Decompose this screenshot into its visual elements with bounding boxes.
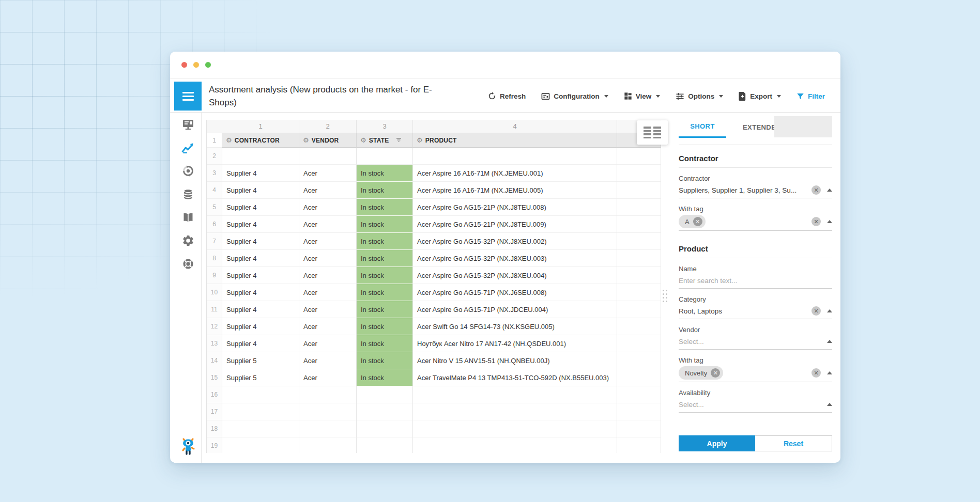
cell-contractor[interactable]: Supplier 5 — [222, 352, 299, 369]
row-number[interactable]: 2 — [207, 148, 222, 165]
cell-vendor[interactable]: Acer — [299, 284, 357, 301]
cell-product[interactable]: Acer Aspire Go AG15-32P (NX.J8XEU.003) — [413, 250, 617, 267]
corner-cell[interactable] — [207, 120, 222, 133]
cell-state[interactable]: In stock — [357, 318, 413, 335]
cell-vendor[interactable]: Acer — [299, 199, 357, 216]
view-button[interactable]: View — [624, 92, 661, 100]
cell-empty[interactable] — [617, 335, 661, 352]
cell-product[interactable]: Acer Aspire Go AG15-21P (NX.J8TEU.009) — [413, 216, 617, 233]
cell-product[interactable]: Acer Aspire Go AG15-71P (NX.JDCEU.004) — [413, 301, 617, 318]
category-caret-icon[interactable] — [827, 309, 832, 312]
row-number[interactable]: 16 — [207, 386, 222, 403]
sidebar-item-dashboard[interactable] — [174, 113, 202, 136]
cell-product[interactable] — [413, 386, 617, 403]
cell-vendor[interactable] — [299, 148, 357, 165]
header-state[interactable]: ⚙ STATE — [357, 133, 413, 148]
column-number-2[interactable]: 2 — [299, 120, 357, 133]
cell-product[interactable]: Acer Aspire 16 A16-71M (NX.JEMEU.005) — [413, 182, 617, 199]
cell-vendor[interactable]: Acer — [299, 165, 357, 182]
header-contractor[interactable]: ⚙ CONTRACTOR — [222, 133, 299, 148]
cell-vendor[interactable]: Acer — [299, 216, 357, 233]
cell-empty[interactable] — [617, 267, 661, 284]
cell-vendor[interactable]: Acer — [299, 352, 357, 369]
cell-contractor[interactable] — [222, 148, 299, 165]
cell-state[interactable]: In stock — [357, 233, 413, 250]
chip-remove-icon[interactable]: ✕ — [693, 217, 702, 226]
cell-empty[interactable] — [617, 216, 661, 233]
cell-product[interactable]: Acer Aspire Go AG15-21P (NX.J8TEU.008) — [413, 199, 617, 216]
cell-product[interactable]: Acer Aspire Go AG15-71P (NX.J6SEU.008) — [413, 284, 617, 301]
maximize-window-button[interactable] — [205, 62, 211, 68]
cell-empty[interactable] — [617, 233, 661, 250]
cell-vendor[interactable] — [299, 386, 357, 403]
sidebar-item-analytics[interactable] — [174, 136, 202, 159]
cell-state[interactable]: In stock — [357, 165, 413, 182]
cell-product[interactable] — [413, 420, 617, 437]
category-select[interactable]: Root, Laptops ✕ — [679, 303, 832, 319]
cell-contractor[interactable]: Supplier 4 — [222, 335, 299, 352]
cell-state[interactable]: In stock — [357, 182, 413, 199]
row-number[interactable]: 15 — [207, 369, 222, 386]
cell-vendor[interactable]: Acer — [299, 233, 357, 250]
cell-empty[interactable] — [617, 250, 661, 267]
column-gear-icon[interactable]: ⚙ — [417, 137, 423, 144]
vendor-select[interactable]: Select... — [679, 334, 832, 350]
row-number[interactable]: 18 — [207, 420, 222, 437]
cell-state[interactable]: In stock — [357, 199, 413, 216]
contractor-clear-icon[interactable]: ✕ — [811, 185, 821, 195]
with-tag-clear-icon[interactable]: ✕ — [811, 217, 821, 226]
cell-empty[interactable] — [617, 148, 661, 165]
sidebar-item-sync[interactable] — [174, 159, 202, 182]
cell-contractor[interactable]: Supplier 4 — [222, 318, 299, 335]
cell-empty[interactable] — [617, 352, 661, 369]
row-number[interactable]: 11 — [207, 301, 222, 318]
options-button[interactable]: Options — [676, 92, 723, 101]
cell-vendor[interactable]: Acer — [299, 301, 357, 318]
row-number[interactable]: 6 — [207, 216, 222, 233]
cell-vendor[interactable]: Acer — [299, 369, 357, 386]
sidebar-item-settings[interactable] — [174, 229, 202, 252]
cell-empty[interactable] — [617, 182, 661, 199]
cell-state[interactable]: In stock — [357, 216, 413, 233]
cell-contractor[interactable]: Supplier 4 — [222, 301, 299, 318]
sidebar-item-database[interactable] — [174, 182, 202, 206]
cell-empty[interactable] — [617, 165, 661, 182]
cell-contractor[interactable]: Supplier 4 — [222, 199, 299, 216]
cell-product[interactable]: Acer Aspire 16 A16-71M (NX.JEMEU.001) — [413, 165, 617, 182]
availability-select[interactable]: Select... — [679, 397, 832, 413]
cell-vendor[interactable] — [299, 403, 357, 420]
export-button[interactable]: Export — [739, 92, 781, 101]
cell-empty[interactable] — [617, 420, 661, 437]
row-number[interactable]: 5 — [207, 199, 222, 216]
cell-vendor[interactable]: Acer — [299, 335, 357, 352]
column-gear-icon[interactable]: ⚙ — [303, 137, 309, 144]
contractor-caret-icon[interactable] — [827, 189, 832, 192]
cell-empty[interactable] — [617, 403, 661, 420]
minimize-window-button[interactable] — [193, 62, 199, 68]
row-number[interactable]: 8 — [207, 250, 222, 267]
cell-vendor[interactable] — [299, 437, 357, 453]
configuration-button[interactable]: Configuration — [541, 92, 608, 101]
sidebar-item-catalog[interactable] — [174, 206, 202, 229]
contractor-select[interactable]: Suppliers, Supplier 1, Supplier 3, Su...… — [679, 182, 832, 198]
column-number-3[interactable]: 3 — [357, 120, 413, 133]
cell-vendor[interactable]: Acer — [299, 250, 357, 267]
panel-resize-handle[interactable] — [662, 277, 668, 315]
product-with-tag-select[interactable]: Novelty ✕ ✕ — [679, 364, 832, 382]
state-filter-funnel-icon[interactable] — [395, 137, 402, 144]
cell-vendor[interactable] — [299, 420, 357, 437]
cell-state[interactable]: In stock — [357, 301, 413, 318]
cell-contractor[interactable]: Supplier 4 — [222, 233, 299, 250]
cell-contractor[interactable]: Supplier 5 — [222, 369, 299, 386]
cell-contractor[interactable]: Supplier 4 — [222, 216, 299, 233]
cell-contractor[interactable] — [222, 403, 299, 420]
product-tag-clear-icon[interactable]: ✕ — [811, 368, 821, 378]
row-number[interactable]: 17 — [207, 403, 222, 420]
tab-short[interactable]: SHORT — [679, 116, 726, 138]
cell-contractor[interactable]: Supplier 4 — [222, 250, 299, 267]
row-number[interactable]: 13 — [207, 335, 222, 352]
cell-state[interactable] — [357, 148, 413, 165]
cell-contractor[interactable]: Supplier 4 — [222, 267, 299, 284]
cell-state[interactable]: In stock — [357, 267, 413, 284]
cell-contractor[interactable] — [222, 437, 299, 453]
